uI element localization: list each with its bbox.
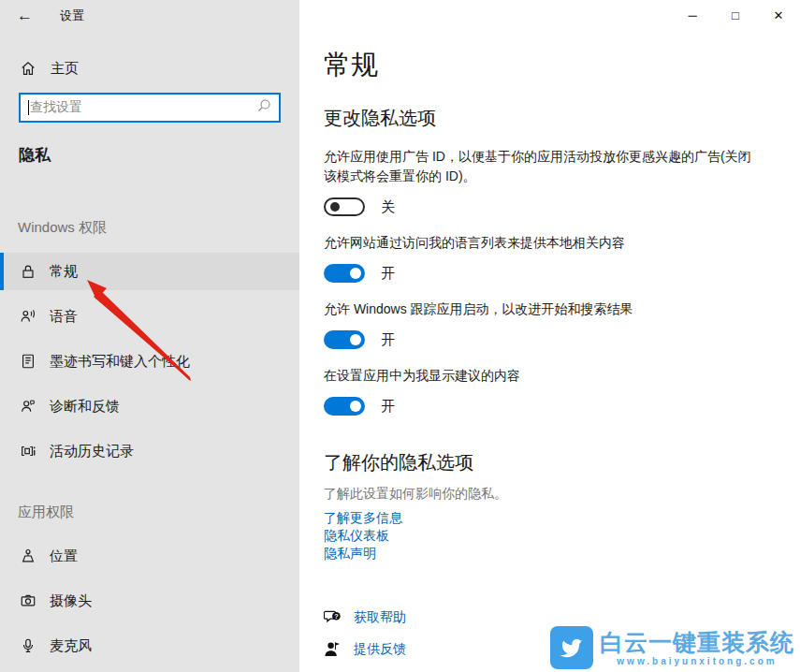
sidebar-item-home[interactable]: 主页 [19, 56, 299, 80]
toggle-knob [350, 268, 361, 279]
toggle-knob [350, 401, 361, 412]
link-privacy-statement[interactable]: 隐私声明 [324, 545, 771, 562]
sidebar-item-general[interactable]: 常规 [0, 253, 299, 290]
sidebar-item-label: 墨迹书写和键入个性化 [50, 353, 190, 371]
toggle-state-label: 开 [381, 265, 395, 283]
diagnostics-feedback-icon [19, 398, 36, 416]
titlebar-left: ← 设置 [0, 0, 299, 32]
privacy-link-list: 了解更多信息 隐私仪表板 隐私声明 [324, 509, 771, 562]
toggle-knob [330, 202, 340, 212]
camera-icon [19, 592, 36, 610]
toggle-row: 开 [324, 396, 771, 416]
link-privacy-dashboard[interactable]: 隐私仪表板 [324, 527, 771, 545]
bird-logo-icon [550, 626, 593, 669]
watermark-url: www.baiyunxitong.com [600, 656, 794, 666]
sidebar-item-label: 语音 [50, 308, 78, 326]
sidebar-item-activity-history[interactable]: 活动历史记录 [0, 432, 299, 470]
toggle-state-label: 开 [381, 398, 395, 416]
sidebar-item-label: 位置 [50, 548, 78, 565]
sidebar-item-inking-typing[interactable]: 墨迹书写和键入个性化 [0, 343, 299, 380]
sidebar-section-title: 隐私 [19, 144, 299, 166]
toggle-row: 关 [324, 197, 771, 217]
setting-description: 允许网站通过访问我的语言列表来提供本地相关内容 [324, 233, 760, 253]
help-chat-icon: ? [324, 608, 342, 626]
section-title-change-privacy-options: 更改隐私选项 [324, 106, 771, 131]
sidebar-item-label: 活动历史记录 [50, 443, 134, 460]
toggle-suggested-content[interactable] [324, 397, 365, 416]
section-title-know-privacy-options: 了解你的隐私选项 [324, 450, 771, 475]
back-button[interactable]: ← [17, 7, 34, 25]
settings-window: ← 设置 主页 查找设置 隐私 Windows 权限 [0, 0, 800, 672]
sidebar-item-label: 常规 [50, 263, 78, 281]
search-placeholder: 查找设置 [30, 99, 82, 116]
sidebar-group-windows-permissions: Windows 权限 [18, 219, 299, 237]
toggle-advertising-id[interactable] [324, 197, 365, 216]
setting-advertising-id: 允许应用使用广告 ID，以便基于你的应用活动投放你更感兴趣的广告(关闭该模式将会… [324, 147, 771, 217]
toggle-language-list[interactable] [324, 264, 365, 283]
watermark-text: 白云一键重装系统 www.baiyunxitong.com [600, 630, 794, 666]
text-caret [28, 100, 29, 115]
page-content: 常规 更改隐私选项 允许应用使用广告 ID，以便基于你的应用活动投放你更感兴趣的… [324, 0, 771, 669]
setting-app-launch-tracking: 允许 Windows 跟踪应用启动，以改进开始和搜索结果 开 [324, 299, 771, 350]
toggle-state-label: 关 [381, 198, 395, 216]
lock-icon [19, 263, 36, 281]
sidebar-item-diagnostics-feedback[interactable]: 诊断和反馈 [0, 387, 299, 425]
sidebar-item-camera[interactable]: 摄像头 [0, 582, 299, 620]
privacy-options-subtitle: 了解此设置如何影响你的隐私。 [324, 486, 771, 503]
toggle-row: 开 [324, 329, 771, 350]
sidebar-item-speech[interactable]: 语音 [0, 298, 299, 335]
search-input[interactable]: 查找设置 [19, 93, 281, 123]
search-icon[interactable] [256, 98, 271, 117]
activity-history-icon [19, 443, 36, 460]
sidebar-group-app-permissions: 应用权限 [18, 504, 299, 521]
toggle-app-launch-tracking[interactable] [324, 330, 365, 349]
sidebar-item-label: 主页 [51, 60, 79, 78]
setting-suggested-content: 在设置应用中为我显示建议的内容 开 [324, 366, 771, 416]
watermark-title: 白云一键重装系统 [600, 630, 794, 654]
toggle-knob [350, 334, 361, 345]
speech-icon [19, 308, 36, 326]
setting-language-list: 允许网站通过访问我的语言列表来提供本地相关内容 开 [324, 233, 771, 284]
main-panel: ─ □ ✕ 常规 更改隐私选项 允许应用使用广告 ID，以便基于你的应用活动投放… [299, 0, 800, 672]
page-title: 常规 [324, 47, 771, 84]
sidebar-item-label: 诊断和反馈 [50, 398, 120, 416]
feedback-person-icon [324, 640, 342, 658]
toggle-row: 开 [324, 263, 771, 284]
app-title: 设置 [60, 7, 84, 24]
help-row-get-help: ? 获取帮助 [324, 606, 771, 628]
get-help-link[interactable]: 获取帮助 [354, 606, 406, 628]
setting-description: 允许应用使用广告 ID，以便基于你的应用活动投放你更感兴趣的广告(关闭该模式将会… [324, 147, 760, 186]
toggle-state-label: 开 [381, 331, 395, 349]
sidebar: ← 设置 主页 查找设置 隐私 Windows 权限 [0, 0, 299, 672]
svg-text:?: ? [334, 611, 339, 620]
microphone-icon [19, 637, 36, 655]
sidebar-item-microphone[interactable]: 麦克风 [0, 627, 299, 665]
link-learn-more[interactable]: 了解更多信息 [324, 509, 771, 527]
setting-description: 允许 Windows 跟踪应用启动，以改进开始和搜索结果 [324, 299, 760, 319]
location-icon [19, 548, 36, 565]
home-icon [19, 60, 36, 78]
setting-description: 在设置应用中为我显示建议的内容 [324, 366, 760, 386]
watermark: 白云一键重装系统 www.baiyunxitong.com [550, 626, 794, 669]
inking-typing-icon [19, 353, 36, 371]
sidebar-item-label: 麦克风 [50, 637, 92, 655]
sidebar-item-label: 摄像头 [50, 592, 92, 610]
give-feedback-link[interactable]: 提供反馈 [354, 637, 406, 660]
sidebar-item-location[interactable]: 位置 [0, 537, 299, 575]
